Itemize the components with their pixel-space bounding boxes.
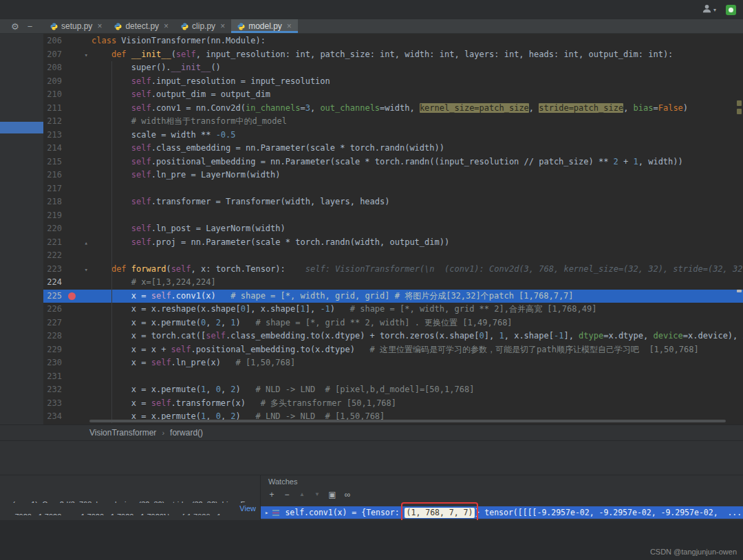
line-number[interactable]: 226: [43, 303, 62, 316]
line-number[interactable]: 221: [43, 236, 62, 250]
expand-chevron-icon[interactable]: ▸: [265, 509, 268, 516]
line-number[interactable]: 234: [43, 410, 62, 424]
tab-clip-py[interactable]: clip.py×: [175, 19, 231, 33]
code-line-210: 210 self.output_dim = output_dim: [43, 88, 743, 102]
tab-label: detect.py: [125, 21, 159, 31]
gutter: [62, 397, 91, 411]
scrollbar-mark[interactable]: [737, 109, 742, 114]
tensor-value: tensor([[[[-9.2957e-02, -9.2957e-02, -9.…: [484, 508, 743, 517]
screen-capture-icon[interactable]: [726, 5, 736, 15]
move-up-icon[interactable]: ▲: [294, 489, 310, 500]
breakpoint-icon[interactable]: [68, 292, 76, 300]
line-number[interactable]: 210: [43, 88, 62, 102]
code-text: [91, 209, 743, 223]
code-text: def __init__(self, input_resolution: int…: [91, 48, 743, 62]
code-line-209: 209 self.input_resolution = input_resolu…: [43, 75, 743, 89]
variable-row[interactable]: .7920, -1.7920, ..., -1.7920, -1.7920, -…: [0, 504, 260, 515]
scrollbar-mark[interactable]: [737, 100, 742, 106]
line-number[interactable]: 212: [43, 115, 62, 129]
gutter: ▾: [62, 48, 91, 62]
gutter: [62, 276, 91, 290]
code-line-220: 220 self.ln_post = LayerNorm(width): [43, 222, 743, 236]
code-text: x = x.permute(0, 2, 1) # shape = [*, gri…: [91, 316, 743, 330]
inline-watches-icon[interactable]: ∞: [340, 489, 355, 500]
close-icon[interactable]: ×: [287, 21, 292, 31]
watch-equals: =: [347, 508, 361, 517]
settings-icon[interactable]: ⚙: [11, 22, 19, 31]
line-number[interactable]: 233: [43, 397, 62, 411]
line-number[interactable]: 208: [43, 61, 62, 75]
line-number[interactable]: 206: [43, 34, 62, 48]
gutter: [62, 129, 91, 142]
code-text: super().__init__(): [91, 61, 743, 75]
gutter: [62, 61, 91, 75]
code-line-225: 225 x = self.conv1(x) # shape = [*, widt…: [43, 290, 743, 303]
code-line-227: 227 x = x.permute(0, 2, 1) # shape = [*,…: [43, 316, 743, 330]
line-number[interactable]: 213: [43, 129, 62, 142]
close-icon[interactable]: ×: [164, 21, 169, 31]
code-text: # x=[1,3,224,224]: [91, 276, 743, 290]
code-line-224: 224 # x=[1,3,224,224]: [43, 276, 743, 290]
tab-detect-py[interactable]: detect.py×: [108, 19, 175, 33]
code-text: def forward(self, x: torch.Tensor): self…: [91, 263, 743, 277]
user-account-button[interactable]: ▾: [702, 3, 716, 17]
gutter: [62, 88, 91, 102]
tab-model-py[interactable]: model.py×: [231, 19, 298, 33]
code-text: class VisionTransformer(nn.Module):: [91, 34, 743, 48]
move-down-icon[interactable]: ▼: [310, 489, 325, 500]
variable-row[interactable]: (conv1): Conv2d(3, 768, kernel_size=(32,…: [0, 492, 260, 503]
horizontal-scrollbar[interactable]: [89, 420, 726, 422]
tab-setup-py[interactable]: setup.py×: [44, 19, 108, 33]
close-icon[interactable]: ×: [97, 21, 102, 31]
line-number[interactable]: 211: [43, 102, 62, 116]
line-number[interactable]: 230: [43, 356, 62, 370]
line-number[interactable]: 220: [43, 222, 62, 236]
code-editor[interactable]: 206class VisionTransformer(nn.Module):20…: [0, 34, 743, 424]
code-line-219: 219: [43, 209, 743, 223]
remove-watch-icon[interactable]: −: [279, 489, 294, 500]
gutter: [62, 155, 91, 169]
breadcrumb-method[interactable]: forward(): [170, 428, 203, 438]
code-line-233: 233 x = self.transformer(x) # 多头transfor…: [43, 397, 743, 411]
code-text: self.ln_post = LayerNorm(width): [91, 222, 743, 236]
gutter: [62, 34, 91, 48]
fold-icon[interactable]: ▾: [85, 49, 88, 63]
scrollbar-mark[interactable]: [737, 290, 742, 292]
breadcrumb-class[interactable]: VisionTransformer: [89, 428, 156, 438]
panel-divider: [0, 475, 743, 475]
gutter: [62, 316, 91, 330]
line-number[interactable]: 218: [43, 195, 62, 209]
line-number[interactable]: 223: [43, 263, 62, 277]
fold-icon[interactable]: ▴: [85, 237, 88, 250]
code-line-223: 223▾ def forward(self, x: torch.Tensor):…: [43, 263, 743, 277]
tab-list: setup.py×detect.py×clip.py×model.py×: [44, 19, 298, 33]
line-number[interactable]: 232: [43, 383, 62, 397]
line-number[interactable]: 219: [43, 209, 62, 223]
code-text: self.positional_embedding = nn.Parameter…: [91, 155, 743, 169]
code-line-216: 216 self.ln_pre = LayerNorm(width): [43, 169, 743, 182]
line-number[interactable]: 209: [43, 75, 62, 89]
gutter: [62, 222, 91, 236]
line-number[interactable]: 215: [43, 155, 62, 169]
close-icon[interactable]: ×: [220, 21, 225, 31]
line-number[interactable]: 231: [43, 370, 62, 384]
code-text: x = x + self.positional_embedding.to(x.d…: [91, 343, 743, 357]
collapse-icon[interactable]: −: [28, 22, 33, 31]
view-link[interactable]: View: [239, 504, 256, 513]
variable-text: (conv1): Conv2d(3, 768, kernel_size=(32,…: [12, 500, 249, 503]
line-number[interactable]: 222: [43, 249, 62, 263]
line-number[interactable]: 207: [43, 48, 62, 62]
watch-row[interactable]: ▸ self.conv1(x) = {Tensor: (1, 768, 7, 7…: [261, 506, 743, 519]
line-number[interactable]: 225: [43, 290, 62, 303]
duplicate-watch-icon[interactable]: ▣: [325, 489, 340, 500]
line-number[interactable]: 217: [43, 182, 62, 196]
line-number[interactable]: 228: [43, 330, 62, 343]
line-number[interactable]: 214: [43, 142, 62, 155]
code-text: [91, 249, 743, 263]
line-number[interactable]: 229: [43, 343, 62, 357]
line-number[interactable]: 224: [43, 276, 62, 290]
add-watch-icon[interactable]: +: [264, 489, 279, 500]
line-number[interactable]: 227: [43, 316, 62, 330]
fold-icon[interactable]: ▾: [85, 263, 88, 277]
line-number[interactable]: 216: [43, 169, 62, 182]
